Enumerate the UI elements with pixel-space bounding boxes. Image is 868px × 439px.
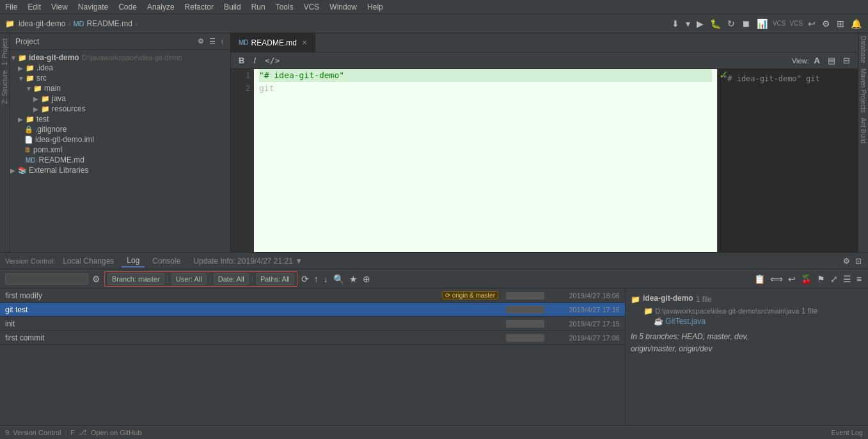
menu-help[interactable]: Help: [362, 1, 388, 13]
code-content[interactable]: "# idea-git-demo" git: [254, 69, 717, 252]
reset-btn[interactable]: ⚑: [816, 273, 826, 285]
tree-src[interactable]: ▼ 📁 src: [10, 73, 230, 83]
root-label[interactable]: idea-git-demo: [29, 53, 79, 62]
toolbar-coverage[interactable]: 📊: [755, 17, 769, 30]
tree-readme[interactable]: MD README.md: [10, 155, 230, 165]
java-label[interactable]: java: [52, 94, 66, 103]
menu-analyze[interactable]: Analyze: [142, 1, 180, 13]
branch-filter[interactable]: Branch: master: [107, 273, 164, 285]
f-label[interactable]: F: [70, 429, 75, 436]
gitignore-label[interactable]: .gitignore: [35, 125, 67, 134]
tab-local-changes[interactable]: Local Changes: [58, 255, 119, 267]
idea-label[interactable]: .idea: [36, 63, 53, 72]
highlight-btn[interactable]: ★: [348, 273, 359, 285]
sort-btn[interactable]: ≡: [855, 273, 863, 285]
search-commit-btn[interactable]: 🔍: [332, 273, 345, 285]
revert-btn[interactable]: ↩: [787, 273, 797, 285]
menu-edit[interactable]: Edit: [22, 1, 46, 13]
menu-build[interactable]: Build: [219, 1, 246, 13]
toolbar-grid[interactable]: ⊞: [835, 17, 846, 30]
tab-console[interactable]: Console: [147, 255, 185, 267]
push-btn[interactable]: ↑: [313, 273, 320, 285]
toolbar-settings[interactable]: ⚙: [821, 17, 832, 30]
menu-vcs[interactable]: VCS: [299, 1, 325, 13]
tree-gitignore[interactable]: 🔒 .gitignore: [10, 124, 230, 134]
src-label[interactable]: src: [36, 74, 47, 83]
panel-sync-btn[interactable]: ⚙: [196, 36, 205, 47]
italic-btn[interactable]: I: [251, 54, 258, 67]
menu-tools[interactable]: Tools: [271, 1, 299, 13]
sidebar-ant[interactable]: Ant Build: [860, 115, 867, 146]
toolbar-stop[interactable]: ⏹: [740, 17, 752, 30]
tree-iml[interactable]: 📄 idea-git-demo.iml: [10, 134, 230, 145]
test-label[interactable]: test: [36, 115, 49, 124]
tree-root[interactable]: ▼ 📁 idea-git-demo D:\javaworkspace\idea-…: [10, 52, 230, 63]
user-filter[interactable]: User: All: [171, 273, 207, 285]
tree-java[interactable]: ▶ 📁 java: [10, 93, 230, 104]
view-split1-btn[interactable]: ▤: [825, 54, 838, 67]
code-btn[interactable]: </>: [262, 54, 282, 67]
tree-pom[interactable]: 🗎 pom.xml: [10, 145, 230, 155]
toolbar-debug[interactable]: 🐛: [709, 17, 722, 30]
tree-idea[interactable]: ▶ 📁 .idea: [10, 63, 230, 73]
event-log-label[interactable]: Event Log: [831, 429, 863, 436]
log-search-input[interactable]: [5, 273, 88, 285]
menu-run[interactable]: Run: [246, 1, 271, 13]
tree-test[interactable]: ▶ 📁 test: [10, 114, 230, 124]
readme-label[interactable]: README.md: [39, 156, 84, 164]
panel-close-btn[interactable]: ⊡: [854, 255, 863, 267]
menu-view[interactable]: View: [46, 1, 73, 13]
tree-resources[interactable]: ▶ 📁 resources: [10, 104, 230, 114]
toolbar-run[interactable]: ▶: [695, 17, 705, 30]
toolbar-notifications[interactable]: 🔔: [849, 17, 863, 30]
sidebar-label-structure[interactable]: Z: Structure: [1, 68, 8, 106]
libs-label[interactable]: External Libraries: [29, 166, 88, 175]
cherry-pick-btn[interactable]: 🍒: [800, 273, 813, 285]
toolbar-vcs-fetch[interactable]: ⬇: [670, 17, 681, 30]
fetch-btn[interactable]: ⟳: [300, 273, 310, 285]
pull-btn[interactable]: ↓: [322, 273, 329, 285]
copy-path-btn[interactable]: 📋: [753, 273, 766, 285]
breadcrumb-file[interactable]: README.md: [86, 19, 132, 28]
panel-settings-btn[interactable]: ⚙: [842, 255, 851, 267]
sidebar-maven[interactable]: Maven Projects: [860, 66, 867, 115]
pom-label[interactable]: pom.xml: [33, 145, 62, 154]
tab-readme[interactable]: MD README.md ✕: [231, 33, 315, 52]
sidebar-database[interactable]: Database: [860, 33, 867, 66]
log-row-1[interactable]: first modify ⟳ origin & master 2019/4/27…: [0, 289, 625, 303]
diff-btn[interactable]: ⟺: [769, 273, 784, 285]
menu-code[interactable]: Code: [113, 1, 142, 13]
view-a-btn[interactable]: A: [812, 54, 823, 67]
iml-label[interactable]: idea-git-demo.iml: [35, 135, 94, 144]
menu-window[interactable]: Window: [324, 1, 362, 13]
panel-close-btn[interactable]: ↑: [219, 36, 226, 47]
panel-gear-btn[interactable]: ☰: [208, 36, 217, 47]
sidebar-label-project[interactable]: 1: Project: [1, 36, 8, 68]
log-row-2[interactable]: git test 2019/4/27 17:16: [0, 303, 625, 317]
github-label[interactable]: Open on GitHub: [91, 429, 142, 436]
tab-log[interactable]: Log: [122, 255, 145, 267]
menu-navigate[interactable]: Navigate: [73, 1, 113, 13]
breadcrumb-project[interactable]: idea-git-demo: [19, 19, 65, 28]
vc-status-label[interactable]: 9: Version Control: [5, 429, 61, 436]
toolbar-undo[interactable]: ↩: [807, 17, 817, 30]
menu-file[interactable]: File: [0, 1, 22, 13]
graph-btn[interactable]: ⊕: [361, 273, 372, 285]
main-label[interactable]: main: [44, 84, 61, 93]
toolbar-rerun[interactable]: ↻: [726, 17, 736, 30]
collapse-all-btn[interactable]: ☰: [842, 273, 853, 285]
tab-close-icon[interactable]: ✕: [302, 39, 307, 46]
log-row-3[interactable]: init 2019/4/27 17:15: [0, 317, 625, 331]
tab-update-info[interactable]: Update Info: 2019/4/27 21:21 ▼: [188, 255, 308, 267]
log-filter-gear[interactable]: ⚙: [91, 273, 102, 285]
log-row-4[interactable]: first commit 2019/4/27 17:06: [0, 331, 625, 345]
tree-main[interactable]: ▼ 📁 main: [10, 83, 230, 93]
resources-label[interactable]: resources: [52, 104, 86, 113]
bold-btn[interactable]: B: [236, 54, 247, 67]
expand-all-btn[interactable]: ⤢: [829, 273, 839, 285]
date-filter[interactable]: Date: All: [214, 273, 249, 285]
toolbar-expand[interactable]: ▾: [684, 17, 691, 30]
menu-refactor[interactable]: Refactor: [180, 1, 219, 13]
view-split2-btn[interactable]: ⊟: [840, 54, 853, 67]
tree-external-libs[interactable]: ▶ 📚 External Libraries: [10, 165, 230, 175]
